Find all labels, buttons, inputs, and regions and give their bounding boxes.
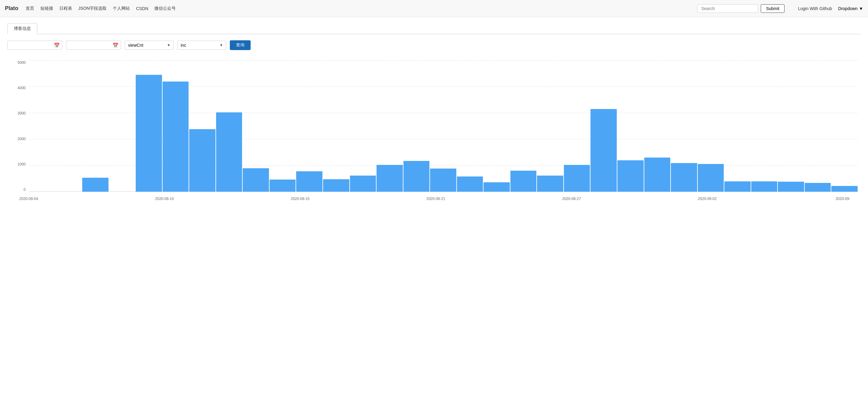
brand-logo[interactable]: Plato [5,5,18,11]
main-content: 博客信息 📅 📅 viewCntcommentCntcollectCnt ▼ i… [0,17,868,219]
field-select[interactable]: viewCntcommentCntcollectCnt [125,41,174,50]
bar [564,165,590,192]
calendar-end-icon[interactable]: 📅 [113,42,119,48]
bar [296,171,322,192]
x-axis: 2020-08-042020-08-102020-08-152020-08-21… [29,197,858,201]
nav-item[interactable]: 日程表 [59,6,72,11]
nav-item[interactable]: 个人网站 [113,6,130,11]
bar [617,160,644,192]
bar [136,75,162,192]
navbar-right: Login With Github Dropdown ▼ [798,6,863,11]
bar [350,175,376,192]
bar [590,109,617,192]
bar [189,129,215,192]
bar [457,176,483,192]
bar [831,186,858,192]
bar [671,163,697,192]
submit-button[interactable]: Submit [761,4,784,13]
date-start-wrap: 📅 [7,41,62,50]
x-axis-label: 2020-08-27 [562,197,581,201]
y-axis-label: 2000 [10,137,26,141]
field-select-wrap: viewCntcommentCntcollectCnt ▼ [125,41,174,50]
x-axis-label: 2020-08-21 [426,197,445,201]
bar [216,112,242,192]
chart-inner: 0100020003000400050002020-08-042020-08-1… [29,61,858,201]
chevron-down-icon: ▼ [859,6,863,11]
nav-item[interactable]: 微信公众号 [154,6,176,11]
bar [778,182,804,192]
x-axis-label: 2020-08-04 [19,197,38,201]
nav-item[interactable]: CSDN [136,6,148,11]
bar [510,171,537,192]
nav-item[interactable]: 首页 [26,6,34,11]
bar [430,169,456,192]
query-button[interactable]: 查询 [230,40,251,50]
tab-bar: 博客信息 [7,23,861,34]
search-area: Submit [697,4,784,13]
tab-blog-info[interactable]: 博客信息 [7,23,37,34]
filter-row: 📅 📅 viewCntcommentCntcollectCnt ▼ incdec… [7,40,861,50]
nav-links: 首页短链接日程表JSON字段选取个人网站CSDN微信公众号 [26,6,176,11]
y-axis-label: 1000 [10,162,26,166]
bar [163,81,189,192]
y-axis-label: 0 [10,188,26,192]
bars-area [29,61,858,192]
y-axis: 010002000300040005000 [10,61,26,192]
order-select[interactable]: incdec [177,41,226,50]
bar [724,181,751,192]
calendar-start-icon[interactable]: 📅 [54,42,60,48]
bar [805,183,831,192]
bar [751,181,778,192]
x-axis-label: 2020-08-15 [291,197,309,201]
y-axis-label: 5000 [10,61,26,65]
bar [537,175,563,192]
bar [403,161,430,192]
dropdown-button[interactable]: Dropdown ▼ [838,6,863,11]
bar [644,158,671,192]
chart-container: 0100020003000400050002020-08-042020-08-1… [7,57,861,213]
x-axis-label: 2020-09- [836,197,850,201]
bar [698,164,724,192]
bar [243,168,269,192]
nav-item[interactable]: 短链接 [40,6,53,11]
y-axis-label: 4000 [10,86,26,90]
login-link[interactable]: Login With Github [798,6,832,11]
x-axis-label: 2020-08-10 [155,197,174,201]
bar [323,179,349,192]
bar [484,182,510,192]
date-end-wrap: 📅 [66,41,121,50]
x-axis-label: 2020-09-02 [698,197,716,201]
nav-item[interactable]: JSON字段选取 [78,6,107,11]
y-axis-label: 3000 [10,111,26,115]
bar [82,178,108,192]
bar [270,179,296,192]
navbar: Plato 首页短链接日程表JSON字段选取个人网站CSDN微信公众号 Subm… [0,0,868,17]
bar [376,165,403,192]
order-select-wrap: incdec ▼ [177,41,226,50]
search-input[interactable] [697,4,758,13]
